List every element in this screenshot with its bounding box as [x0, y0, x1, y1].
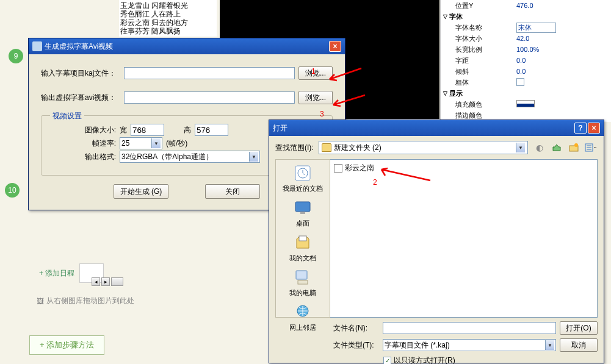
scroll-right-icon[interactable]: ▸ — [101, 277, 110, 286]
app-icon — [32, 41, 42, 51]
folder-icon — [322, 143, 331, 152]
prop-fill-label: 填充颜色 — [455, 100, 516, 109]
open-button[interactable]: 打开(O) — [560, 321, 598, 335]
step-badge-10: 10 — [5, 183, 20, 198]
file-list[interactable]: 彩云之南 2 — [330, 159, 598, 318]
prop-ratio-label: 长宽比例 — [455, 45, 516, 54]
scroll-left-icon[interactable]: ◂ — [92, 277, 100, 286]
start-generate-button[interactable]: 开始生成 (G) — [114, 184, 168, 199]
readonly-checkbox[interactable]: ✓ — [383, 357, 391, 364]
svg-rect-9 — [298, 280, 308, 284]
fps-unit: (帧/秒) — [166, 138, 187, 149]
place-mydocs[interactable]: 我的文档 — [278, 233, 327, 263]
chevron-down-icon: ▼ — [545, 340, 554, 350]
prop-fontsize-value[interactable]: 42.0 — [516, 35, 611, 42]
readonly-label: 以只读方式打开(R) — [394, 355, 455, 364]
place-recent[interactable]: 我最近的文档 — [278, 163, 327, 193]
chevron-down-icon: ▼ — [516, 143, 525, 152]
prop-fontname-value[interactable]: 宋体 — [516, 23, 611, 33]
place-mycomputer[interactable]: 我的电脑 — [278, 268, 327, 298]
prop-display-header: 显示 — [449, 89, 463, 98]
format-select[interactable]: 32位RGBA（带Alpha通道）▼ — [120, 151, 260, 163]
fps-label: 帧速率: — [49, 138, 116, 149]
image-size-label: 图像大小: — [49, 125, 116, 135]
dialog-title: 生成虚拟字幕Avi视频 — [45, 41, 113, 52]
prop-spacing-label: 字距 — [455, 56, 516, 65]
prop-bold-checkbox[interactable] — [516, 78, 611, 87]
prop-posy-value[interactable]: 476.0 — [516, 2, 611, 9]
toolbar-behind: + 添加日程 — [37, 261, 269, 285]
svg-point-1 — [574, 143, 578, 147]
browse-input-button[interactable]: 浏览... — [298, 66, 333, 80]
place-label: 我最近的文档 — [283, 184, 323, 193]
svg-rect-5 — [295, 202, 310, 212]
height-label: 高 — [184, 125, 191, 135]
file-item[interactable]: 彩云之南 — [333, 162, 595, 174]
lookin-label: 查找范围(I): — [275, 143, 314, 153]
collapse-icon[interactable]: ▽ — [443, 90, 447, 96]
lookin-select[interactable]: 新建文件夹 (2) ▼ — [319, 141, 528, 154]
prop-stroke-label: 描边颜色 — [455, 111, 516, 120]
places-bar: 我最近的文档 桌面 我的文档 我的电脑 网上邻居 — [275, 159, 330, 318]
filetype-select[interactable]: 字幕项目文件 (*.kaj)▼ — [383, 339, 556, 351]
prop-bold-label: 粗体 — [455, 78, 516, 87]
annotation-2: 2 — [373, 178, 377, 187]
desktop-icon — [293, 198, 313, 218]
new-folder-icon[interactable] — [567, 141, 580, 154]
svg-rect-8 — [296, 271, 307, 279]
input-kaj-field[interactable] — [124, 67, 295, 79]
format-label: 输出格式: — [49, 152, 116, 162]
cancel-button[interactable]: 取消 — [560, 338, 598, 352]
close-icon[interactable]: × — [588, 123, 600, 134]
output-avi-label: 输出虚拟字幕avi视频： — [41, 93, 120, 103]
width-label: 宽 — [120, 125, 127, 135]
height-field[interactable] — [195, 124, 228, 136]
file-icon — [334, 164, 342, 173]
image-icon: 🖼 — [37, 297, 44, 305]
collapse-icon[interactable]: ▽ — [443, 13, 447, 20]
input-kaj-label: 输入字幕项目kaj文件： — [41, 68, 120, 79]
place-label: 桌面 — [296, 219, 309, 228]
place-desktop[interactable]: 桌面 — [278, 198, 327, 228]
width-field[interactable] — [131, 124, 164, 136]
place-label: 网上邻居 — [289, 323, 316, 332]
place-network[interactable]: 网上邻居 — [278, 302, 327, 332]
close-icon[interactable]: × — [329, 41, 341, 52]
prop-posy-label: 位置Y — [455, 1, 516, 10]
up-icon[interactable] — [550, 141, 563, 154]
prop-ratio-value[interactable]: 100.0% — [516, 46, 611, 53]
svg-rect-7 — [299, 236, 306, 241]
scroll-thumb[interactable] — [111, 277, 123, 286]
prop-skew-value[interactable]: 0.0 — [516, 68, 611, 75]
filename-field[interactable] — [383, 322, 556, 334]
output-avi-field[interactable] — [124, 91, 295, 104]
dialog-title: 打开 — [273, 123, 287, 134]
chevron-down-icon: ▼ — [249, 152, 258, 162]
file-item-label: 彩云之南 — [345, 163, 374, 173]
add-step-button[interactable]: + 添加步骤方法 — [29, 335, 104, 355]
filetype-label: 文件类型(T): — [333, 340, 379, 351]
video-settings-legend: 视频设置 — [50, 111, 84, 121]
computer-icon — [293, 268, 313, 287]
scroll-buttons: ◂ ▸ — [92, 277, 123, 286]
prop-spacing-value[interactable]: 0.0 — [516, 57, 611, 64]
fps-select[interactable]: 25▼ — [120, 137, 162, 149]
network-icon — [293, 302, 313, 322]
chevron-down-icon: ▼ — [151, 138, 161, 148]
add-schedule-link[interactable]: + 添加日程 — [39, 268, 74, 279]
open-file-dialog: 打开 ? × 查找范围(I): 新建文件夹 (2) ▼ ◐ — [269, 120, 604, 363]
documents-icon — [293, 233, 313, 252]
dialog-titlebar[interactable]: 打开 ? × — [269, 120, 604, 136]
dialog-titlebar[interactable]: 生成虚拟字幕Avi视频 × — [29, 38, 345, 54]
browse-output-button[interactable]: 浏览... — [298, 91, 333, 104]
step-badge-9: 9 — [9, 49, 23, 63]
properties-panel: 位置Y476.0 ▽字体 字体名称宋体 字体大小42.0 长宽比例100.0% … — [440, 0, 611, 122]
close-button[interactable]: 关闭 — [205, 184, 260, 199]
prop-fontsize-label: 字体大小 — [455, 34, 516, 43]
view-menu-icon[interactable] — [584, 141, 598, 154]
prop-fontname-label: 字体名称 — [455, 23, 516, 32]
filename-label: 文件名(N): — [333, 323, 379, 334]
back-icon[interactable]: ◐ — [533, 141, 546, 154]
help-icon[interactable]: ? — [574, 123, 587, 134]
prop-fill-value[interactable] — [516, 100, 611, 109]
